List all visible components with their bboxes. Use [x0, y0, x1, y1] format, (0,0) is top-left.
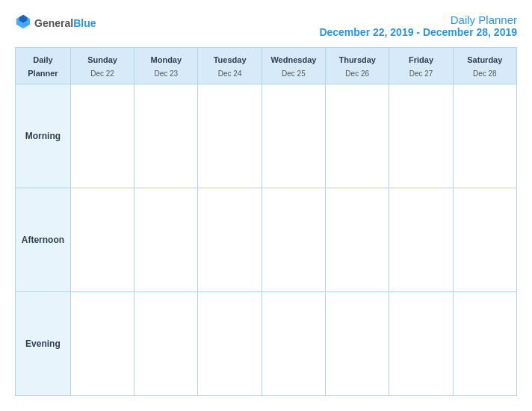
day-date: Dec 22 [90, 69, 114, 78]
cell-morning-monday[interactable] [134, 84, 198, 188]
time-label-afternoon: Afternoon [16, 188, 71, 292]
cell-morning-saturday[interactable] [453, 84, 516, 188]
column-header-tuesday: TuesdayDec 24 [198, 48, 262, 84]
cell-afternoon-monday[interactable] [134, 188, 198, 292]
cell-evening-friday[interactable] [389, 292, 453, 396]
time-label-evening: Evening [16, 292, 71, 396]
cell-afternoon-thursday[interactable] [326, 188, 389, 292]
cell-morning-friday[interactable] [389, 84, 453, 188]
day-name: Sunday [87, 55, 117, 64]
logo: GeneralBlue [15, 13, 96, 33]
header-title: Daily Planner [319, 13, 517, 26]
cell-afternoon-sunday[interactable] [70, 188, 134, 292]
day-date: Dec 27 [409, 69, 433, 78]
day-name: Friday [409, 55, 433, 64]
page-container: GeneralBlue Daily Planner December 22, 2… [0, 0, 532, 411]
cell-evening-wednesday[interactable] [262, 292, 325, 396]
day-date: Dec 28 [473, 69, 497, 78]
day-name: Thursday [338, 55, 376, 64]
col-label-line1: Daily [33, 55, 52, 64]
row-afternoon: Afternoon [16, 188, 517, 292]
day-date: Dec 23 [154, 69, 178, 78]
time-label-morning: Morning [16, 84, 71, 188]
cell-evening-thursday[interactable] [326, 292, 389, 396]
logo-text: GeneralBlue [34, 16, 96, 30]
day-name: Wednesday [270, 55, 316, 64]
column-header-saturday: SaturdayDec 28 [453, 48, 516, 84]
cell-morning-sunday[interactable] [70, 84, 134, 188]
header-dates: December 22, 2019 - December 28, 2019 [319, 26, 517, 38]
cell-evening-monday[interactable] [134, 292, 198, 396]
day-date: Dec 26 [345, 69, 369, 78]
header-right: Daily Planner December 22, 2019 - Decemb… [319, 13, 517, 38]
cell-afternoon-saturday[interactable] [453, 188, 516, 292]
column-header-monday: MondayDec 23 [134, 48, 198, 84]
cell-morning-tuesday[interactable] [198, 84, 262, 188]
cell-afternoon-tuesday[interactable] [198, 188, 262, 292]
logo-icon [15, 13, 31, 33]
cell-morning-thursday[interactable] [326, 84, 389, 188]
cell-evening-sunday[interactable] [70, 292, 134, 396]
calendar-table: Daily Planner SundayDec 22MondayDec 23Tu… [15, 47, 517, 396]
day-date: Dec 24 [218, 69, 242, 78]
day-name: Saturday [467, 55, 502, 64]
cell-afternoon-friday[interactable] [389, 188, 453, 292]
header-row: Daily Planner SundayDec 22MondayDec 23Tu… [16, 48, 517, 84]
column-header-thursday: ThursdayDec 26 [326, 48, 389, 84]
day-name: Tuesday [214, 55, 247, 64]
cell-morning-wednesday[interactable] [262, 84, 325, 188]
logo-blue: Blue [73, 17, 96, 29]
row-morning: Morning [16, 84, 517, 188]
col-label-line2: Planner [28, 69, 58, 78]
column-header-label: Daily Planner [16, 48, 71, 84]
row-evening: Evening [16, 292, 517, 396]
logo-general: General [34, 17, 73, 29]
header: GeneralBlue Daily Planner December 22, 2… [15, 13, 517, 38]
cell-evening-saturday[interactable] [453, 292, 516, 396]
day-name: Monday [151, 55, 182, 64]
column-header-sunday: SundayDec 22 [70, 48, 134, 84]
cell-afternoon-wednesday[interactable] [262, 188, 325, 292]
day-date: Dec 25 [282, 69, 306, 78]
column-header-friday: FridayDec 27 [389, 48, 453, 84]
column-header-wednesday: WednesdayDec 25 [262, 48, 325, 84]
cell-evening-tuesday[interactable] [198, 292, 262, 396]
